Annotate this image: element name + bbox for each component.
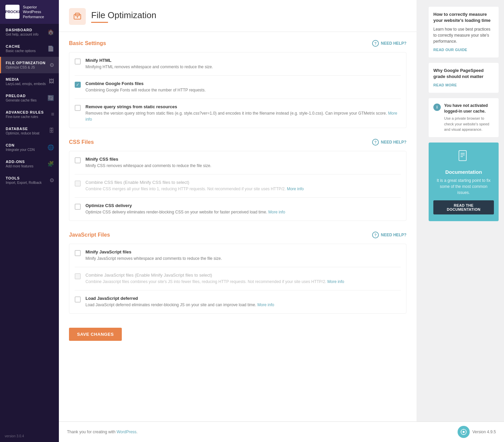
right-sidebar-header: How to correctly measure your website's … bbox=[429, 7, 499, 57]
warning-text: You have not activated logged-in user ca… bbox=[444, 103, 494, 132]
option-row-minify-js: Minify JavaScript files Minify JavaScrip… bbox=[75, 244, 401, 267]
option-content-combine-css: Combine CSS files (Enable Minify CSS fil… bbox=[85, 180, 401, 192]
need-help-css-files[interactable]: ? NEED HELP? bbox=[372, 139, 406, 146]
doc-button[interactable]: READ THE DOCUMENTATION bbox=[433, 200, 494, 214]
nav-item-subtitle-media: LazyLoad, emojis, embeds bbox=[6, 82, 46, 86]
section-css-files: CSS Files ? NEED HELP? Minify CSS files … bbox=[69, 139, 406, 221]
sidebar-nav: DASHBOARD Get help, account info 🏠 CACHE… bbox=[0, 24, 59, 430]
checkbox-combine-google-fonts[interactable]: ✓ bbox=[75, 82, 81, 88]
sidebar-version: version 3.0.4 bbox=[0, 430, 59, 442]
options-css-files: Minify CSS files Minify CSS removes whit… bbox=[69, 151, 406, 221]
option-content-combine-js: Combine JavaScript files (Enable Minify … bbox=[85, 273, 401, 285]
checkbox-combine-css[interactable] bbox=[75, 180, 81, 187]
nav-item-title-advanced-rules: ADVANCED RULES bbox=[6, 110, 44, 114]
option-row-remove-query-strings: Remove query strings from static resourc… bbox=[75, 99, 401, 128]
sidebar-header-title: How to correctly measure your website's … bbox=[433, 11, 494, 24]
option-row-defer-js: Load JavaScript deferred Load JavaScript… bbox=[75, 290, 401, 313]
logo-text-rocket: ROCKET bbox=[8, 10, 23, 14]
need-help-label-css-files: NEED HELP? bbox=[381, 140, 406, 145]
need-help-label-basic-settings: NEED HELP? bbox=[381, 41, 406, 46]
need-help-icon-css-files: ? bbox=[372, 139, 379, 146]
checkbox-remove-query-strings[interactable] bbox=[75, 105, 81, 111]
nav-item-title-cdn: CDN bbox=[6, 143, 35, 147]
sections-container: Basic Settings ? NEED HELP? Minify HTML … bbox=[69, 40, 406, 314]
option-label-combine-css: Combine CSS files (Enable Minify CSS fil… bbox=[85, 180, 401, 185]
options-basic-settings: Minify HTML Minifying HTML removes white… bbox=[69, 52, 406, 128]
option-content-optimize-css-delivery: Optimize CSS delivery Optimize CSS deliv… bbox=[85, 203, 401, 215]
option-row-combine-css: Combine CSS files (Enable Minify CSS fil… bbox=[75, 174, 401, 198]
sidebar-item-database[interactable]: DATABASE Optimize, reduce bloat 🗄 bbox=[0, 123, 59, 139]
nav-icon-cache: 📄 bbox=[47, 45, 54, 52]
more-info-link-combine-css[interactable]: More info bbox=[287, 187, 304, 191]
section-title-js-files: JavaScript Files bbox=[69, 232, 110, 238]
nav-item-title-preload: PRELOAD bbox=[6, 94, 37, 98]
more-info-link-optimize-css-delivery[interactable]: More info bbox=[268, 210, 285, 214]
option-label-minify-css: Minify CSS files bbox=[85, 157, 401, 162]
tip2-link[interactable]: READ MORE bbox=[433, 82, 494, 88]
page-body: Basic Settings ? NEED HELP? Minify HTML … bbox=[59, 32, 417, 356]
nav-icon-add-ons: 🧩 bbox=[47, 161, 54, 167]
nav-item-subtitle-dashboard: Get help, account info bbox=[6, 33, 38, 36]
checkbox-minify-css[interactable] bbox=[75, 157, 81, 163]
more-info-link-defer-js[interactable]: More info bbox=[257, 303, 274, 307]
tip1-link[interactable]: READ OUR GUIDE bbox=[433, 47, 494, 53]
sidebar-logo: WP ROCKET Superior WordPress Performance bbox=[0, 0, 59, 24]
sidebar-item-dashboard[interactable]: DASHBOARD Get help, account info 🏠 bbox=[0, 24, 59, 40]
nav-item-title-dashboard: DASHBOARD bbox=[6, 28, 38, 32]
option-desc-remove-query-strings: Removes the version query string from st… bbox=[85, 110, 401, 122]
nav-item-title-tools: TOOLS bbox=[6, 176, 42, 180]
need-help-js-files[interactable]: ? NEED HELP? bbox=[372, 232, 406, 238]
option-desc-combine-js: Combine Javascript files combines your s… bbox=[85, 279, 401, 285]
footer-text: Thank you for creating with WordPress. bbox=[67, 430, 138, 434]
checkbox-optimize-css-delivery[interactable] bbox=[75, 204, 81, 210]
page-title: File Optimization bbox=[91, 10, 156, 21]
need-help-icon-basic-settings: ? bbox=[372, 40, 379, 47]
sidebar-item-file-optimization[interactable]: FILE OPTIMIZATION Optimize CSS & JS ⚙ bbox=[0, 57, 59, 73]
sidebar-item-tools[interactable]: TOOLS Import, Export, Rollback ⚙ bbox=[0, 172, 59, 189]
more-info-link-remove-query-strings[interactable]: More info bbox=[85, 111, 397, 122]
tip2-title: Why Google PageSpeed grade should not ma… bbox=[433, 68, 494, 80]
page-header-icon bbox=[69, 8, 86, 25]
nav-icon-file-optimization: ⚙ bbox=[49, 62, 54, 68]
option-row-combine-js: Combine JavaScript files (Enable Minify … bbox=[75, 267, 401, 290]
checkbox-defer-js[interactable] bbox=[75, 296, 81, 303]
option-label-defer-js: Load JavaScript deferred bbox=[85, 296, 401, 301]
checkbox-minify-js[interactable] bbox=[75, 250, 81, 256]
nav-item-subtitle-preload: Generate cache files bbox=[6, 98, 37, 102]
checkbox-combine-js[interactable] bbox=[75, 273, 81, 279]
option-content-minify-css: Minify CSS files Minify CSS removes whit… bbox=[85, 157, 401, 169]
nav-icon-media: 🖼 bbox=[49, 78, 54, 84]
option-content-minify-js: Minify JavaScript files Minify JavaScrip… bbox=[85, 249, 401, 262]
footer-wp-link[interactable]: WordPress bbox=[116, 430, 136, 434]
option-row-optimize-css-delivery: Optimize CSS delivery Optimize CSS deliv… bbox=[75, 198, 401, 220]
option-desc-defer-js: Load JavaScript deferred eliminates rend… bbox=[85, 302, 401, 308]
sidebar-item-cdn[interactable]: CDN Integrate your CDN 🌐 bbox=[0, 139, 59, 156]
page-header-text: File Optimization bbox=[91, 10, 156, 23]
sidebar: WP ROCKET Superior WordPress Performance… bbox=[0, 0, 59, 442]
doc-card: Documentation It is a great starting poi… bbox=[429, 143, 499, 221]
tip1-desc: Learn how to use best practices to corre… bbox=[433, 26, 494, 44]
options-js-files: Minify JavaScript files Minify JavaScrip… bbox=[69, 244, 406, 314]
section-title-css-files: CSS Files bbox=[69, 139, 94, 145]
option-row-minify-html: Minify HTML Minifying HTML removes white… bbox=[75, 52, 401, 76]
option-label-combine-google-fonts: Combine Google Fonts files bbox=[85, 81, 401, 86]
section-title-basic-settings: Basic Settings bbox=[69, 40, 106, 46]
sidebar-item-preload[interactable]: PRELOAD Generate cache files 🔄 bbox=[0, 90, 59, 106]
need-help-basic-settings[interactable]: ? NEED HELP? bbox=[372, 40, 406, 47]
logo-box: WP ROCKET bbox=[5, 5, 20, 19]
sidebar-item-advanced-rules[interactable]: ADVANCED RULES Fine-tune cache rules ≡ bbox=[0, 106, 59, 123]
sidebar-item-media[interactable]: MEDIA LazyLoad, emojis, embeds 🖼 bbox=[0, 73, 59, 90]
sidebar-item-cache[interactable]: CACHE Basic cache options 📄 bbox=[0, 40, 59, 57]
nav-item-subtitle-tools: Import, Export, Rollback bbox=[6, 181, 42, 185]
nav-item-title-media: MEDIA bbox=[6, 77, 46, 81]
save-button[interactable]: SAVE CHANGES bbox=[69, 328, 122, 341]
more-info-link-combine-js[interactable]: More info bbox=[327, 279, 344, 284]
checkbox-minify-html[interactable] bbox=[75, 58, 81, 65]
sidebar-item-add-ons[interactable]: ADD-ONS Add more features 🧩 bbox=[0, 156, 59, 172]
option-label-remove-query-strings: Remove query strings from static resourc… bbox=[85, 104, 401, 109]
nav-item-title-cache: CACHE bbox=[6, 44, 36, 48]
nav-icon-dashboard: 🏠 bbox=[47, 29, 54, 35]
option-desc-optimize-css-delivery: Optimize CSS delivery eliminates render-… bbox=[85, 209, 401, 215]
nav-item-subtitle-advanced-rules: Fine-tune cache rules bbox=[6, 115, 44, 119]
svg-point-8 bbox=[463, 431, 465, 433]
